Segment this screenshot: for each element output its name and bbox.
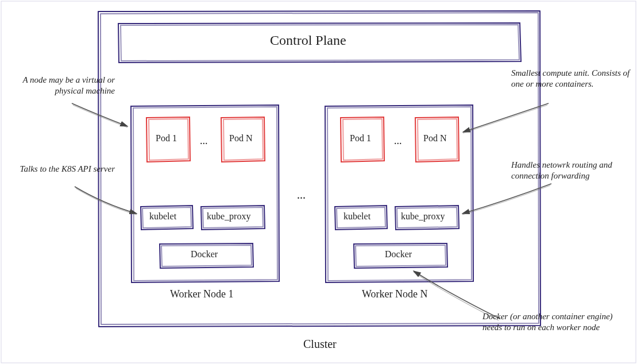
annot-kubeproxy: Handles netowrk routing and connection f… <box>511 160 635 181</box>
kubelet-n2-label: kubelet <box>343 211 370 222</box>
worker-node-n-label: Worker Node N <box>362 288 428 300</box>
annot-node: A node may be a virtual or physical mach… <box>6 75 115 96</box>
control-plane-label: Control Plane <box>270 33 346 48</box>
arrow-kubeproxy <box>462 184 551 214</box>
kubelet-n1-label: kubelet <box>149 211 176 222</box>
nodes-ellipsis: ... <box>297 188 306 202</box>
arrow-pod <box>463 103 549 132</box>
worker-node-1-label: Worker Node 1 <box>170 288 234 300</box>
cluster-label: Cluster <box>303 338 337 351</box>
diagram-svg <box>0 0 637 364</box>
arrow-kubelet <box>75 187 137 214</box>
kubeproxy-n1-label: kube_proxy <box>207 211 250 222</box>
docker-n2-label: Docker <box>385 249 412 260</box>
cluster-box <box>98 11 541 327</box>
pod1-n2-label: Pod 1 <box>350 133 371 144</box>
podn-n1-label: Pod N <box>229 133 252 144</box>
podn-n2-label: Pod N <box>423 133 446 144</box>
pod-ellipsis-n2: ... <box>394 135 402 147</box>
docker-n1-label: Docker <box>191 249 218 260</box>
annot-docker: Docker (or another container engine) nee… <box>482 311 632 333</box>
pod1-n1-label: Pod 1 <box>156 133 177 144</box>
annot-pod: Smallest compute unit. Consists of one o… <box>511 68 632 90</box>
svg-rect-0 <box>1 1 636 363</box>
arrow-node <box>72 103 128 126</box>
kubeproxy-n2-label: kube_proxy <box>401 211 445 222</box>
pod-ellipsis-n1: ... <box>200 135 208 147</box>
annot-kubelet: Talks to the K8S API server <box>6 164 115 175</box>
